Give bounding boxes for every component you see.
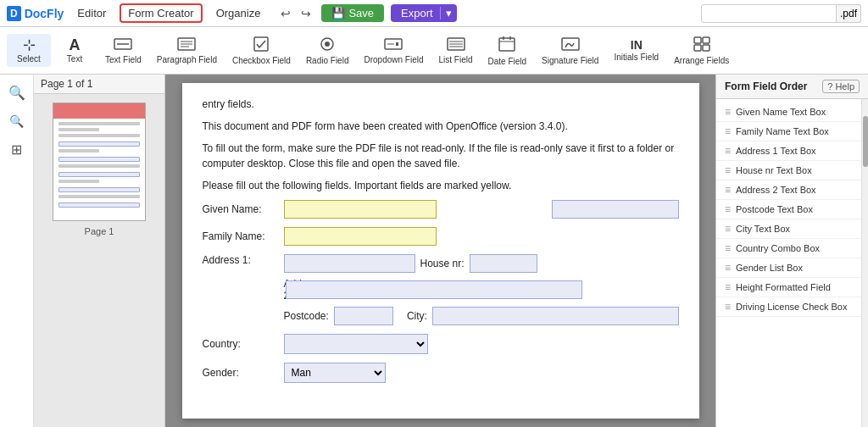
country-select-wrapper (284, 334, 428, 354)
redo-button[interactable]: ↪ (298, 5, 314, 22)
field-order-item-postcode[interactable]: ≡ Postcode Text Box (716, 200, 861, 219)
radio-field-icon (320, 36, 335, 54)
address1-field[interactable] (284, 254, 415, 273)
export-label: Export (401, 7, 440, 19)
svg-rect-20 (694, 37, 701, 43)
city-label-inline: City: (407, 310, 427, 322)
undo-redo-group: ↩ ↪ (277, 5, 314, 22)
right-panel: Form Field Order ? Help ≡ Given Name Tex… (715, 75, 868, 427)
field-item-city-label: City Text Box (736, 224, 853, 234)
select-icon: ⊹ (23, 37, 36, 53)
paragraph-field-tool-button[interactable]: Paragraph Field (150, 34, 224, 68)
doc-area: entry fields. This document and PDF form… (165, 75, 715, 427)
text-icon: A (70, 37, 81, 53)
initials-field-tool-button[interactable]: IN Initials Field (607, 36, 665, 65)
page-thumbnail-area: Page 1 (34, 94, 164, 427)
given-name-row: Given Name: (203, 200, 679, 219)
field-item-country-label: Country Combo Box (736, 243, 853, 253)
organize-nav-button[interactable]: Organize (209, 5, 268, 21)
main-area: 🔍 🔍 ⊞ Page 1 of 1 (0, 75, 868, 427)
list-field-tool-button[interactable]: List Field (432, 34, 480, 68)
field-item-address2-label: Address 2 Text Box (736, 185, 853, 195)
export-button[interactable]: Export ▾ (391, 4, 457, 22)
save-label: Save (348, 7, 374, 19)
dropdown-field-icon (384, 37, 403, 53)
checkbox-field-label: Checkbox Field (232, 56, 291, 65)
field-order-item-drivinglicense[interactable]: ≡ Driving License Check Box (716, 297, 861, 317)
radio-field-tool-button[interactable]: Radio Field (299, 33, 356, 69)
page-info: Page 1 of 1 (41, 78, 92, 90)
text-field-label: Text Field (105, 55, 142, 64)
field-item-postcode-label: Postcode Text Box (736, 204, 853, 214)
svg-point-8 (325, 42, 330, 47)
select-tool-button[interactable]: ⊹ Select (7, 34, 51, 67)
gender-select[interactable]: Man Woman Other (284, 363, 386, 383)
right-panel-title: Form Field Order (725, 80, 807, 92)
field-order-item-address1[interactable]: ≡ Address 1 Text Box (716, 141, 861, 161)
save-button[interactable]: 💾 Save (321, 4, 384, 22)
field-order-item-family-name[interactable]: ≡ Family Name Text Box (716, 122, 861, 141)
grid-icon[interactable]: ⊞ (8, 138, 25, 161)
field-order-item-housenr[interactable]: ≡ House nr Text Box (716, 161, 861, 180)
doc-text-3: To fill out the form, make sure the PDF … (203, 141, 679, 171)
signature-field-tool-button[interactable]: Signature Field (535, 33, 605, 69)
page-thumbnail[interactable] (53, 103, 146, 221)
family-name-field[interactable] (284, 227, 437, 246)
text-field-icon (114, 37, 132, 53)
right-scrollbar[interactable] (861, 99, 868, 427)
field-order-item-height[interactable]: ≡ Height Formatted Field (716, 278, 861, 297)
search-input[interactable] (701, 4, 837, 23)
drag-handle-icon: ≡ (725, 106, 731, 118)
initials-field-icon: IN (631, 39, 643, 51)
drag-handle-icon: ≡ (725, 184, 731, 196)
given-name-field[interactable] (284, 200, 437, 219)
radio-field-label: Radio Field (306, 56, 349, 65)
gender-row: Gender: Man Woman Other (203, 363, 679, 383)
field-order-item-country[interactable]: ≡ Country Combo Box (716, 239, 861, 258)
field-order-item-given-name[interactable]: ≡ Given Name Text Box (716, 103, 861, 122)
field-item-family-name-label: Family Name Text Box (736, 126, 853, 136)
given-name-label: Given Name: (203, 203, 279, 215)
drag-handle-icon: ≡ (725, 145, 731, 157)
city-field[interactable] (432, 307, 679, 325)
zoom-in-icon[interactable]: 🔍 (5, 81, 29, 104)
page-panel: Page 1 of 1 (34, 75, 165, 427)
thumb-line-1 (58, 122, 140, 125)
field-order-item-gender[interactable]: ≡ Gender List Box (716, 258, 861, 278)
address2-field[interactable] (286, 280, 582, 299)
help-button[interactable]: ? Help (822, 80, 860, 93)
address1-row: Address 1: House nr: Address 2: Postcod (203, 254, 679, 325)
house-nr-field[interactable] (470, 254, 537, 273)
thumb-field-4 (58, 187, 140, 192)
thumb-line-3 (58, 134, 140, 137)
zoom-out-icon[interactable]: 🔍 (6, 111, 27, 131)
text-tool-button[interactable]: A Text (53, 34, 97, 67)
text-field-tool-button[interactable]: Text Field (98, 34, 148, 68)
thumbnail-header (53, 103, 145, 119)
dropdown-field-tool-button[interactable]: Dropdown Field (357, 34, 430, 68)
field-item-drivinglicense-label: Driving License Check Box (736, 302, 853, 312)
save-icon: 💾 (331, 7, 345, 19)
undo-button[interactable]: ↩ (277, 5, 294, 22)
logo-text: DocFly (25, 7, 64, 20)
file-extension: .pdf (837, 4, 861, 23)
given-name-extra-field[interactable] (552, 200, 679, 219)
country-row: Country: (203, 334, 679, 354)
editor-nav-button[interactable]: Editor (70, 5, 113, 21)
country-select[interactable] (284, 334, 428, 354)
checkbox-field-tool-button[interactable]: Checkbox Field (225, 33, 298, 69)
list-field-icon (447, 37, 465, 53)
field-order-item-address2[interactable]: ≡ Address 2 Text Box (716, 180, 861, 200)
address1-label: Address 1: (203, 254, 279, 266)
date-field-tool-button[interactable]: Date Field (481, 32, 534, 69)
arrange-fields-tool-button[interactable]: Arrange Fields (667, 33, 736, 69)
toolbar: ⊹ Select A Text Text Field Paragraph Fie… (0, 27, 868, 75)
gender-label: Gender: (203, 367, 279, 379)
field-order-item-city[interactable]: ≡ City Text Box (716, 219, 861, 239)
signature-field-label: Signature Field (542, 56, 598, 65)
house-nr-label: House nr: (420, 258, 465, 269)
doc-text-1: entry fields. (203, 97, 679, 112)
postcode-field[interactable] (334, 307, 393, 325)
drag-handle-icon: ≡ (725, 125, 731, 137)
form-creator-nav-button[interactable]: Form Creator (120, 3, 202, 23)
